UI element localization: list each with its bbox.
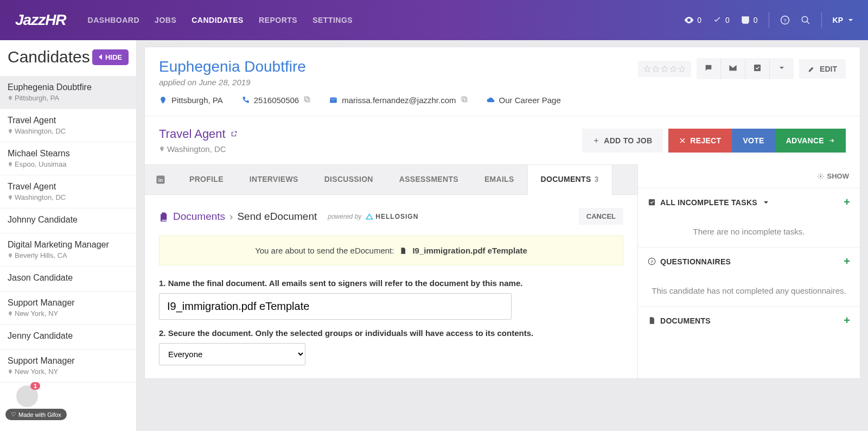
svg-point-2 (802, 16, 808, 22)
breadcrumb-current: Send eDocument (237, 211, 317, 223)
candidate-name-heading[interactable]: Euphegenia Doubtfire (159, 58, 306, 75)
reject-button[interactable]: REJECT (668, 129, 732, 153)
top-bar: JazzHR DASHBOARD JOBS CANDIDATES REPORTS… (0, 0, 868, 40)
secure-select[interactable]: Everyone (159, 343, 305, 365)
nav-candidates[interactable]: CANDIDATES (192, 16, 244, 24)
search-icon (801, 15, 810, 25)
top-nav: DASHBOARD JOBS CANDIDATES REPORTS SETTIN… (88, 16, 685, 24)
candidate-list-item[interactable]: Travel Agent Washington, DC (0, 109, 136, 142)
user-menu[interactable]: KP (833, 16, 853, 24)
document-name-input[interactable] (159, 293, 512, 320)
copy-icon (303, 96, 311, 103)
candidate-list-item[interactable]: Travel Agent Washington, DC (0, 175, 136, 208)
add-questionnaire-button[interactable]: + (844, 255, 850, 268)
email-info[interactable]: marissa.fernandez@jazzhr.com (329, 96, 468, 105)
tasks-empty-message: There are no incomplete tasks. (638, 216, 860, 247)
tab-interviews[interactable]: INTERVIEWS (237, 165, 311, 194)
show-toggle[interactable]: SHOW (638, 164, 860, 188)
breadcrumb-documents-link[interactable]: Documents (173, 211, 225, 223)
brand-logo[interactable]: JazzHR (15, 11, 66, 29)
documents-count: 3 (595, 175, 599, 183)
tab-documents[interactable]: DOCUMENTS3 (527, 165, 612, 195)
edit-button[interactable]: EDIT (799, 59, 846, 79)
svg-line-3 (807, 21, 809, 24)
pin-icon (159, 96, 167, 104)
phone-info[interactable]: 2516050506 (241, 96, 311, 105)
candidate-list-item[interactable]: Jenny Candidate (0, 325, 136, 350)
candidate-list-item[interactable]: Euphegenia Doubtfire Pittsburgh, PA (0, 76, 136, 109)
notification-count: 1 (30, 382, 40, 390)
right-panel: SHOW ALL INCOMPLETE TASKS + There are no… (637, 164, 860, 378)
advance-button[interactable]: ADVANCE (775, 129, 846, 153)
tab-assessments[interactable]: ASSESSMENTS (386, 165, 471, 194)
pin-icon (8, 253, 13, 258)
step-2-label: 2. Secure the document. Only the selecte… (159, 328, 623, 338)
candidate-name: Michael Stearns (8, 149, 129, 159)
help-icon: ? (780, 15, 790, 25)
nav-dashboard[interactable]: DASHBOARD (88, 16, 140, 24)
tab-emails[interactable]: EMAILS (471, 165, 527, 194)
candidate-loc: New York, NY (15, 309, 58, 318)
svg-point-11 (819, 175, 821, 177)
nav-settings[interactable]: SETTINGS (312, 16, 353, 24)
phone-icon (241, 96, 250, 104)
linkedin-tab[interactable]: in (145, 165, 176, 194)
candidate-list-item[interactable]: Johnny Candidate (0, 208, 136, 233)
job-title-link[interactable]: Travel Agent (159, 127, 238, 141)
documents-section-header[interactable]: DOCUMENTS (648, 316, 711, 325)
candidate-loc: Espoo, Uusimaa (15, 160, 66, 168)
candidate-list-item[interactable]: Support Manager New York, NY (0, 291, 136, 325)
sidebar-title: Candidates (8, 48, 90, 66)
candidate-name: Digital Marketing Manager (8, 240, 129, 250)
help-button[interactable]: ? (780, 15, 790, 25)
pin-icon (8, 96, 13, 101)
candidate-list-item[interactable]: Support Manager New York, NY (0, 350, 136, 383)
close-icon (679, 137, 686, 144)
arrow-right-icon (828, 137, 835, 144)
stat-views-count: 0 (697, 16, 701, 24)
file-icon (648, 316, 656, 325)
candidate-list-item[interactable]: Digital Marketing Manager Beverly Hills,… (0, 233, 136, 267)
search-button[interactable] (801, 15, 810, 25)
candidate-loc: New York, NY (15, 367, 58, 376)
avatar-badge[interactable]: 1 (16, 385, 38, 407)
stat-inbox-count: 0 (754, 16, 758, 24)
copy-email-button[interactable] (461, 96, 468, 105)
chevron-left-icon (99, 54, 103, 60)
cloud-icon (487, 96, 495, 104)
stat-inbox[interactable]: 0 (741, 15, 758, 25)
add-to-job-button[interactable]: ADD TO JOB (582, 129, 663, 153)
more-dropdown[interactable] (770, 58, 794, 79)
pin-icon (8, 162, 13, 167)
divider (769, 12, 769, 28)
candidate-name: Jason Candidate (8, 273, 129, 283)
add-document-button[interactable]: + (844, 314, 850, 327)
vote-button[interactable]: VOTE (732, 129, 775, 153)
candidate-list-item[interactable]: Michael Stearns Espoo, Uusimaa (0, 142, 136, 175)
tab-discussion[interactable]: DISCUSSION (311, 165, 386, 194)
nav-jobs[interactable]: JOBS (155, 16, 176, 24)
envelope-icon (329, 96, 337, 104)
source-info: Our Career Page (487, 96, 561, 105)
tab-profile[interactable]: PROFILE (176, 165, 237, 194)
tasks-section-header[interactable]: ALL INCOMPLETE TASKS (648, 198, 768, 207)
nav-reports[interactable]: REPORTS (259, 16, 297, 24)
email-button[interactable] (721, 58, 745, 79)
copy-phone-button[interactable] (303, 96, 311, 105)
caret-down-icon (777, 64, 786, 72)
stat-checks[interactable]: 0 (712, 15, 730, 25)
hellosign-logo: HELLOSIGN (366, 213, 418, 220)
hide-sidebar-button[interactable]: HIDE (92, 49, 129, 65)
star-icon (661, 65, 668, 73)
rating-stars[interactable] (638, 61, 691, 77)
hide-label: HIDE (105, 53, 122, 61)
stat-views[interactable]: 0 (684, 15, 701, 25)
task-button[interactable] (745, 58, 770, 79)
candidate-list-item[interactable]: Jason Candidate (0, 267, 136, 291)
add-task-button[interactable]: + (844, 196, 850, 208)
cancel-button[interactable]: CANCEL (579, 208, 623, 225)
svg-text:?: ? (783, 17, 787, 23)
comment-icon (704, 64, 713, 72)
comment-button[interactable] (697, 58, 721, 79)
questionnaires-section-header[interactable]: ? QUESTIONNAIRES (648, 257, 731, 266)
